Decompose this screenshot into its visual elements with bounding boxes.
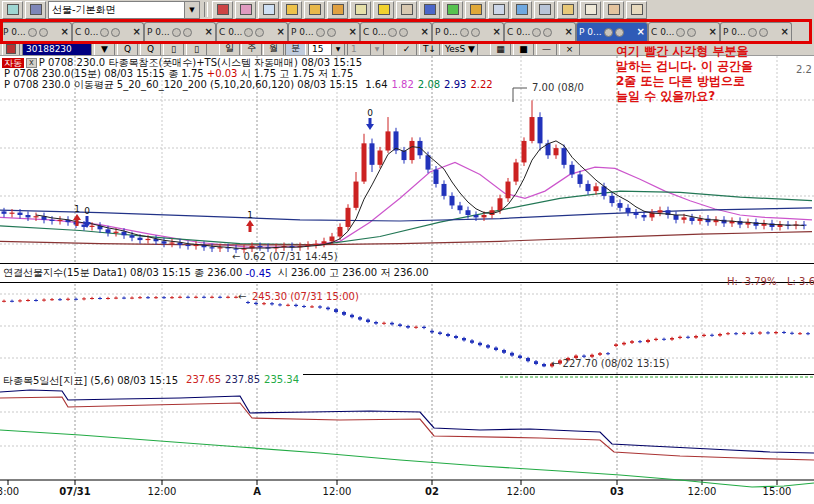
tab-chart-icon	[748, 28, 757, 37]
chart-tab-7[interactable]: C 0...×	[504, 22, 576, 41]
color-grid-icon[interactable]	[235, 1, 256, 19]
tab-close-icon[interactable]: ×	[781, 27, 789, 37]
tab-close-icon[interactable]: ×	[637, 27, 645, 37]
svg-text:0: 0	[367, 108, 373, 118]
page-forward-icon[interactable]: ▯	[186, 41, 207, 56]
close-icon[interactable]: ×	[559, 41, 580, 56]
chevron-down-icon[interactable]: ▼	[331, 42, 344, 55]
axis-label: 02	[425, 486, 439, 497]
tab-close-icon[interactable]: ×	[493, 27, 501, 37]
period-button-일[interactable]: 일	[219, 41, 240, 56]
chart-tab-2[interactable]: P 0...×	[144, 22, 216, 41]
tab-chart-icon	[327, 28, 336, 37]
candlestick-icon[interactable]	[212, 1, 233, 19]
tab-close-icon[interactable]: ×	[61, 27, 69, 37]
trading-app-window: 선물-기본화면 ▼ P 0...×C 0...×P 0...×C 0...×P …	[0, 0, 814, 504]
page-back-icon[interactable]: ▯	[163, 41, 184, 56]
zoom-icon[interactable]	[258, 1, 279, 19]
yes-label: YesS	[445, 44, 465, 54]
tab-label: P 0...	[3, 27, 26, 37]
yl-icon[interactable]	[442, 1, 463, 19]
period-button-주[interactable]: 주	[241, 41, 262, 56]
tab-chart-icon	[111, 28, 120, 37]
zoom-out-icon[interactable]: Q	[117, 41, 138, 56]
stop-icon[interactable]	[304, 1, 325, 19]
indicator-values: 237.65237.85235.34	[182, 374, 299, 388]
lock-icon[interactable]: ■	[513, 41, 534, 56]
minimize-icon[interactable]: —	[536, 41, 557, 56]
tab-chart-icon	[399, 28, 408, 37]
tab-close-icon[interactable]: ×	[205, 27, 213, 37]
chart-tab-6[interactable]: P 0...×	[432, 22, 504, 41]
screen-template-select[interactable]: 선물-기본화면 ▼	[48, 1, 200, 19]
ss-icon[interactable]	[419, 1, 440, 19]
trough-annotation: ← 227.70 (08/02 13:15)	[551, 358, 669, 369]
ma-values: 1.641.822.082.932.22	[361, 79, 492, 90]
tab-close-icon[interactable]: ×	[277, 27, 285, 37]
chart-type-icon[interactable]	[2, 41, 20, 56]
tab-chart-icon	[255, 28, 264, 37]
tv-icon[interactable]	[396, 1, 417, 19]
tab-close-icon[interactable]: ×	[421, 27, 429, 37]
close-box-icon[interactable]	[603, 1, 624, 19]
high-annotation: 7.00 (08/0	[532, 82, 584, 93]
eraser-icon[interactable]	[350, 1, 371, 19]
interval-select[interactable]: 15 ▼	[308, 41, 345, 56]
grid-icon[interactable]: ▦	[490, 41, 511, 56]
chart-tab-0[interactable]: P 0...×	[0, 22, 72, 41]
note-line: 2줄 또는 다른 방법으로	[616, 74, 814, 89]
yes-menu-button[interactable]: YesS ▼	[442, 41, 478, 56]
chart-tab-bar: P 0...×C 0...×P 0...×C 0...×P 0...×C 0..…	[0, 19, 814, 41]
tab-chart-icon	[687, 28, 696, 37]
value: 2.22	[470, 79, 492, 90]
bomb-icon[interactable]	[327, 1, 348, 19]
news-icon[interactable]	[580, 1, 601, 19]
chart-tab-8[interactable]: P 0...×	[576, 22, 648, 41]
symbol-code-input[interactable]: 30188230	[22, 41, 92, 56]
save-icon[interactable]	[25, 1, 46, 19]
period-button-분[interactable]: 분	[285, 41, 306, 56]
axis-label: 15:00	[763, 486, 792, 497]
chart-tab-3[interactable]: C 0...×	[216, 22, 288, 41]
pp-monitor-icon[interactable]	[534, 1, 555, 19]
axis-label: 3:00	[0, 486, 19, 497]
period-button-월[interactable]: 월	[263, 41, 284, 56]
axis-label: A	[253, 486, 261, 497]
empty-box-icon[interactable]	[626, 1, 647, 19]
text-tool-icon[interactable]: T↓	[419, 41, 440, 56]
note-line: 말하는 겁니다. 이 공간을	[616, 59, 814, 74]
tab-chart-icon	[100, 28, 109, 37]
main-toolbar: 선물-기본화면 ▼	[0, 0, 814, 19]
chart-tab-10[interactable]: P 0...×	[720, 22, 792, 41]
tab-close-icon[interactable]: ×	[349, 27, 357, 37]
chart-tab-4[interactable]: P 0...×	[288, 22, 360, 41]
tab-chart-icon	[604, 28, 613, 37]
tab-chart-icon	[244, 28, 253, 37]
chart-tab-9[interactable]: C 0...×	[648, 22, 720, 41]
value: 1.64	[365, 79, 387, 90]
chart-tab-5[interactable]: C 0...×	[360, 22, 432, 41]
coin-icon[interactable]	[281, 1, 302, 19]
tab-close-icon[interactable]: ×	[709, 27, 717, 37]
memo-icon[interactable]	[557, 1, 578, 19]
si-icon[interactable]	[373, 1, 394, 19]
calendar-search-icon[interactable]	[488, 1, 509, 19]
user-note-annotation: 여기 빨간 사각형 부분을말하는 겁니다. 이 공간을2줄 또는 다른 방법으로…	[616, 44, 814, 104]
chart-tab-1[interactable]: C 0...×	[72, 22, 144, 41]
secondary-select[interactable]: 1 ▼	[347, 41, 384, 56]
check-icon[interactable]: ✓	[396, 41, 417, 56]
tab-close-icon[interactable]: ×	[565, 27, 573, 37]
tab-label: C 0...	[363, 27, 386, 37]
indicator-panel-header: 타종목5일선[지표] (5,6) 08/03 15:15 237.65237.8…	[0, 374, 814, 386]
new-window-icon[interactable]	[2, 1, 23, 19]
pie-chart-icon[interactable]	[511, 1, 532, 19]
zoom-in-icon[interactable]: Q	[140, 41, 161, 56]
tab-label: P 0...	[147, 27, 170, 37]
chevron-down-icon[interactable]: ▼	[370, 42, 383, 55]
axis-label: 07/31	[59, 486, 90, 497]
moneybag-icon[interactable]	[465, 1, 486, 19]
time-axis: 3:0007/3112:00A12:000212:000312:0015:00	[0, 486, 814, 504]
chevron-down-icon[interactable]: ▼	[184, 2, 199, 18]
tab-close-icon[interactable]: ×	[133, 27, 141, 37]
code-dropdown-icon[interactable]: ▼	[94, 41, 115, 56]
